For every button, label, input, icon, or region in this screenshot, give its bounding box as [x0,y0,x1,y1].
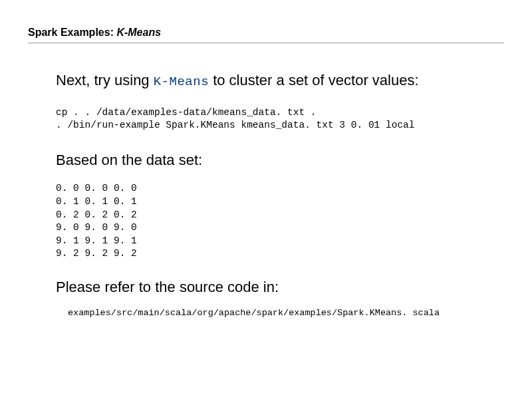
slide-title: Spark Examples: K-Means [28,27,504,43]
title-topic: K-Means [116,27,161,38]
command-block: cp . . /data/examples-data/kmeans_data. … [56,106,497,132]
section-heading: Based on the data set: [56,151,497,170]
lead-after: to cluster a set of vector values: [209,72,418,88]
dataset-block: 0. 0 0. 0 0. 0 0. 1 0. 1 0. 1 0. 2 0. 2 … [56,182,497,260]
lead-keyword: K-Means [154,74,209,89]
lead-before: Next, try using [56,72,154,88]
lead-paragraph: Next, try using K-Means to cluster a set… [56,71,497,90]
title-prefix: Spark Examples: [28,27,116,38]
source-path: examples/src/main/scala/org/apache/spark… [56,308,497,318]
footer-note: Please refer to the source code in: [56,278,497,297]
slide-content: Next, try using K-Means to cluster a set… [28,71,504,318]
